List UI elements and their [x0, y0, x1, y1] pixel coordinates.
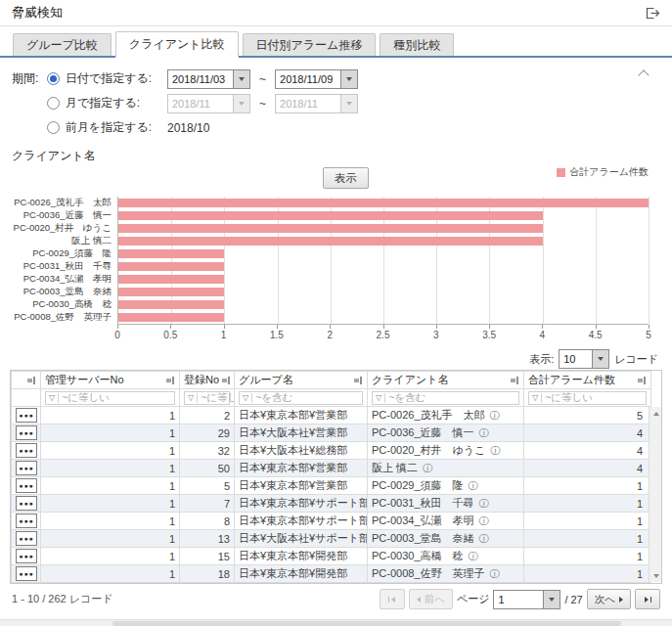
column-header-1[interactable]: 登録No [180, 372, 235, 389]
first-page-button[interactable] [380, 589, 405, 609]
column-header-0[interactable]: 管理サーバーNo [41, 372, 180, 389]
prev-page-button[interactable]: 前へ [409, 589, 453, 609]
info-icon[interactable]: ⓘ [469, 480, 478, 491]
pin-column-icon[interactable] [26, 376, 36, 385]
info-icon[interactable]: ⓘ [479, 515, 489, 526]
bar-chart: PC-0026_茂礼手 太郎PC-0036_近藤 慎一PC-0020_村井 ゆう… [12, 197, 649, 325]
date-from-value: 2018/11/03 [168, 70, 233, 88]
pagesize-select[interactable]: 10 [559, 349, 609, 369]
row-menu-button[interactable]: ●●● [16, 566, 37, 581]
tab-2[interactable]: 日付別アラーム推移 [243, 33, 377, 56]
info-icon[interactable]: ⓘ [469, 551, 478, 561]
x-tick-label: 0.5 [163, 330, 177, 340]
page-dropdown-icon[interactable] [543, 591, 560, 608]
chevron-up-icon[interactable] [640, 69, 649, 78]
chart-category-label: PC-0034_弘瀬 孝明 [12, 273, 117, 286]
pin-column-icon[interactable] [510, 376, 519, 385]
filter-input-2[interactable]: ▽~を含む [239, 391, 363, 405]
vertical-scrollbar[interactable] [649, 407, 661, 582]
title-bar: 脅威検知 [0, 0, 672, 26]
filter-input-3[interactable]: ▽~を含む [372, 391, 519, 405]
legend-swatch [557, 168, 565, 177]
chart-category-label: PC-0036_近藤 慎一 [12, 209, 117, 222]
last-page-button[interactable] [635, 589, 660, 609]
table-row: ●●●17日本¥東京本部¥サポート部PC-0031_秋田 千尋ⓘ1 [12, 495, 651, 513]
filter-input-0[interactable]: ▽~に等しい [45, 391, 175, 405]
pin-column-icon[interactable] [221, 376, 231, 385]
date-from-select[interactable]: 2018/11/03 [167, 69, 250, 89]
show-button[interactable]: 表示 [323, 167, 369, 189]
chart-x-axis: 00.511.522.533.544.55 [117, 325, 649, 342]
info-icon[interactable]: ⓘ [479, 498, 489, 509]
info-icon[interactable]: ⓘ [490, 410, 500, 421]
filter-icon[interactable]: ▽ [243, 394, 248, 402]
info-icon[interactable]: ⓘ [490, 568, 500, 579]
info-icon[interactable]: ⓘ [479, 533, 489, 544]
pagesize-suffix: レコード [614, 352, 658, 367]
tab-3[interactable]: 種別比較 [380, 33, 454, 56]
chart-category-label: PC-0003_堂島 奈緒 [12, 286, 117, 298]
x-tick-label: 1 [221, 330, 227, 340]
chart-category-label: 阪上 慎二 [12, 235, 117, 247]
scroll-up-icon[interactable] [650, 407, 662, 420]
next-icon [619, 597, 623, 603]
info-icon[interactable]: ⓘ [423, 463, 432, 473]
pagesize-dropdown-icon[interactable] [592, 350, 608, 368]
table-row: ●●●129日本¥大阪本社¥営業部PC-0036_近藤 慎一ⓘ4 [12, 425, 651, 442]
x-tick-label: 2 [327, 330, 333, 340]
info-icon[interactable]: ⓘ [479, 427, 489, 438]
export-icon[interactable] [646, 7, 660, 20]
bar-0 [118, 199, 649, 207]
horizontal-scrollbar-thumb[interactable] [112, 621, 621, 626]
row-menu-button[interactable]: ●●● [16, 549, 37, 563]
next-page-button[interactable]: 次へ [587, 589, 631, 609]
row-menu-button[interactable]: ●●● [16, 408, 37, 423]
filter-input-4[interactable]: ▽~に等しい [528, 391, 647, 405]
tab-1[interactable]: クライアント比較 [115, 31, 239, 58]
bar-7 [118, 288, 224, 296]
row-menu-button[interactable]: ●●● [16, 531, 37, 546]
row-menu-button[interactable]: ●●● [16, 425, 37, 440]
filter-input-1[interactable]: ▽~に等しい [184, 391, 230, 405]
pin-column-icon[interactable] [637, 376, 647, 385]
radio-by-month[interactable] [47, 97, 60, 110]
pin-column-icon[interactable] [353, 376, 363, 385]
horizontal-scrollbar[interactable] [0, 619, 672, 626]
grid-body: ●●●12日本¥東京本部¥営業部PC-0026_茂礼手 太郎ⓘ5●●●129日本… [12, 407, 651, 583]
filter-icon[interactable]: ▽ [49, 394, 55, 402]
x-tick-label: 3 [433, 330, 439, 340]
grid-header: 管理サーバーNo登録Noグループ名クライアント名合計アラーム件数▽~に等しい▽~… [12, 372, 651, 407]
data-grid: 管理サーバーNo登録Noグループ名クライアント名合計アラーム件数▽~に等しい▽~… [10, 370, 662, 584]
row-menu-button[interactable]: ●●● [16, 496, 37, 511]
month-to-select: 2018/11 [275, 94, 358, 113]
row-menu-button[interactable]: ●●● [16, 443, 37, 458]
column-header-2[interactable]: グループ名 [235, 372, 368, 389]
date-from-dropdown-icon[interactable] [233, 70, 249, 88]
filter-icon[interactable]: ▽ [376, 394, 381, 402]
row-menu-button[interactable]: ●●● [16, 461, 37, 475]
pin-column-icon[interactable] [165, 376, 175, 385]
date-to-select[interactable]: 2018/11/09 [275, 69, 358, 89]
x-tick-label: 2.5 [377, 330, 390, 340]
scroll-down-icon[interactable] [650, 569, 662, 582]
chart-category-label: PC-0020_村井 ゆうこ [12, 222, 117, 235]
info-icon[interactable]: ⓘ [490, 445, 500, 456]
date-to-dropdown-icon[interactable] [340, 70, 357, 88]
month-to-dropdown-icon [340, 95, 357, 112]
page-value: 1 [494, 591, 543, 608]
column-header-3[interactable]: クライアント名 [368, 372, 524, 389]
column-header-4[interactable]: 合計アラーム件数 [524, 372, 651, 389]
row-menu-button[interactable]: ●●● [16, 478, 37, 493]
table-row: ●●●18日本¥東京本部¥サポート部PC-0034_弘瀬 孝明ⓘ1 [12, 513, 651, 530]
row-menu-button[interactable]: ●●● [16, 514, 37, 528]
chart-category-label: PC-0026_茂礼手 太郎 [12, 197, 117, 209]
filter-icon[interactable]: ▽ [532, 394, 538, 402]
period-label: 期間: [12, 70, 47, 87]
table-row: ●●●113日本¥大阪本社¥サポート部PC-0003_堂島 奈緒ⓘ1 [12, 530, 651, 548]
page-title: 脅威検知 [12, 4, 63, 22]
radio-prev-month[interactable] [47, 121, 60, 134]
tab-0[interactable]: グループ比較 [13, 33, 112, 56]
radio-by-date[interactable] [47, 72, 60, 85]
page-select[interactable]: 1 [493, 590, 560, 609]
filter-icon[interactable]: ▽ [188, 394, 194, 402]
